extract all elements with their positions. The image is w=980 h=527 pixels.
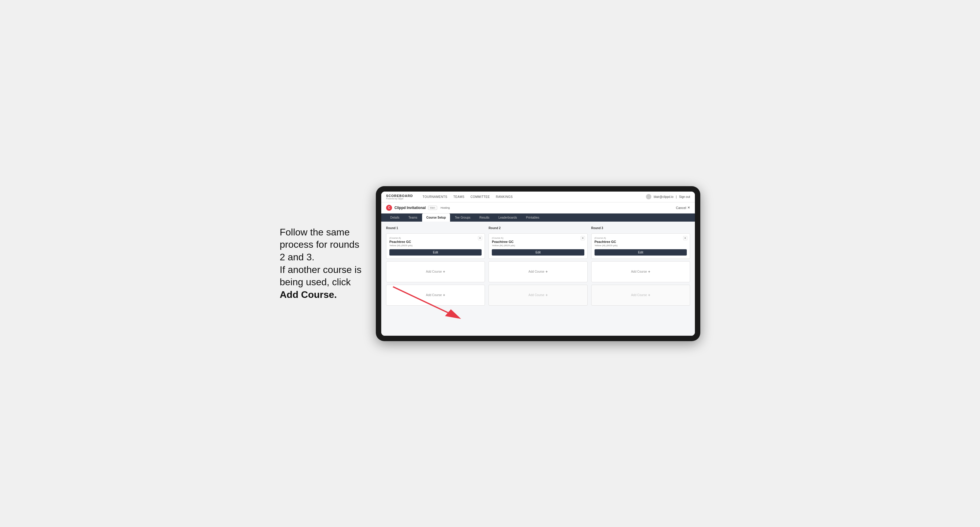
nav-tournaments[interactable]: TOURNAMENTS: [422, 194, 447, 200]
tabs-bar: Details Teams Course Setup Tee Groups Re…: [381, 214, 695, 222]
round-1-add-course-1-card: Add Course +: [386, 261, 485, 282]
tab-leaderboards[interactable]: Leaderboards: [494, 214, 521, 222]
round-2-add-course-1-card: Add Course +: [488, 261, 587, 282]
round-1-edit-button[interactable]: Edit: [389, 249, 482, 256]
tablet-frame: SCOREBOARD Powered by clippd TOURNAMENTS…: [376, 186, 700, 341]
round-3-course-label: (Course A): [595, 237, 687, 239]
top-nav: SCOREBOARD Powered by clippd TOURNAMENTS…: [381, 192, 695, 202]
tab-printables[interactable]: Printables: [522, 214, 544, 222]
logo-scoreboard: SCOREBOARD: [386, 194, 413, 198]
round-2-edit-button[interactable]: Edit: [492, 249, 584, 256]
round-1-delete-icon[interactable]: ✕: [478, 236, 482, 240]
round-3-add-course-2-button: Add Course +: [595, 288, 687, 302]
cancel-x-icon: ✕: [687, 206, 690, 210]
page-wrapper: Follow the same process for rounds 2 and…: [280, 186, 700, 341]
instruction-panel: Follow the same process for rounds 2 and…: [280, 226, 364, 301]
c-logo-icon: C: [386, 205, 392, 211]
round-3-column: Round 3 ✕ (Course A) Peachtree GC Yellow…: [591, 226, 690, 306]
round-2-add-course-2-button: Add Course +: [492, 288, 584, 302]
round-1-course-name: Peachtree GC: [389, 240, 482, 243]
round-3-add-plus-1-icon: +: [648, 270, 650, 274]
hosting-badge: Hosting: [441, 206, 450, 209]
round-3-course-details: Yellow (M) (6629 yds): [595, 244, 687, 247]
tablet-screen-wrapper: SCOREBOARD Powered by clippd TOURNAMENTS…: [381, 192, 695, 336]
round-3-add-course-1-card: Add Course +: [591, 261, 690, 282]
nav-committee[interactable]: COMMITTEE: [471, 194, 490, 200]
tab-teams[interactable]: Teams: [404, 214, 422, 222]
round-2-course-card: ✕ (Course A) Peachtree GC Yellow (M) (66…: [488, 233, 587, 259]
round-3-delete-icon[interactable]: ✕: [683, 236, 687, 240]
round-1-course-label: (Course A): [389, 237, 482, 239]
tab-course-setup[interactable]: Course Setup: [422, 214, 450, 222]
round-3-title: Round 3: [591, 226, 690, 230]
round-1-course-card: ✕ (Course A) Peachtree GC Yellow (M) (66…: [386, 233, 485, 259]
round-3-course-card: ✕ (Course A) Peachtree GC Yellow (M) (66…: [591, 233, 690, 259]
round-2-add-course-2-card: Add Course +: [488, 285, 587, 306]
round-1-column: Round 1 ✕ (Course A) Peachtree GC Yellow…: [386, 226, 485, 306]
round-3-add-course-2-card: Add Course +: [591, 285, 690, 306]
user-email: blair@clippd.io: [654, 195, 674, 198]
round-2-column: Round 2 ✕ (Course A) Peachtree GC Yellow…: [488, 226, 587, 306]
tournament-header: C Clippd Invitational Men Hosting Cancel…: [381, 202, 695, 214]
round-2-add-course-1-label: Add Course: [528, 270, 544, 273]
user-avatar: [646, 194, 651, 199]
round-2-add-course-2-label: Add Course: [528, 294, 544, 297]
main-content: Round 1 ✕ (Course A) Peachtree GC Yellow…: [381, 222, 695, 336]
round-3-add-plus-2-icon: +: [648, 293, 650, 297]
nav-rankings[interactable]: RANKINGS: [496, 194, 512, 200]
nav-right: blair@clippd.io | Sign out: [646, 194, 690, 199]
round-1-course-details: Yellow (M) (6629 yds): [389, 244, 482, 247]
tournament-badge: Men: [428, 206, 437, 210]
logo-sub: Powered by clippd: [386, 198, 413, 200]
nav-items: TOURNAMENTS TEAMS COMMITTEE RANKINGS: [422, 194, 638, 200]
round-2-delete-icon[interactable]: ✕: [581, 236, 585, 240]
round-1-add-plus-1-icon: +: [443, 270, 445, 274]
round-1-add-course-2-button[interactable]: Add Course +: [389, 288, 482, 302]
round-1-add-course-2-label: Add Course: [426, 294, 442, 297]
tab-details[interactable]: Details: [386, 214, 404, 222]
tournament-info: C Clippd Invitational Men Hosting: [386, 205, 450, 211]
tablet-screen: SCOREBOARD Powered by clippd TOURNAMENTS…: [381, 192, 695, 336]
round-2-add-course-1-button[interactable]: Add Course +: [492, 265, 584, 279]
round-3-add-course-1-button[interactable]: Add Course +: [595, 265, 687, 279]
round-1-add-course-1-button[interactable]: Add Course +: [389, 265, 482, 279]
round-1-add-course-1-label: Add Course: [426, 270, 442, 273]
round-3-add-course-1-label: Add Course: [631, 270, 647, 273]
round-3-add-course-2-label: Add Course: [631, 294, 647, 297]
round-3-course-name: Peachtree GC: [595, 240, 687, 243]
round-2-add-plus-2-icon: +: [546, 293, 548, 297]
tab-tee-groups[interactable]: Tee Groups: [451, 214, 475, 222]
logo-area: SCOREBOARD Powered by clippd: [386, 194, 413, 200]
round-1-add-course-2-card: Add Course +: [386, 285, 485, 306]
round-2-title: Round 2: [488, 226, 587, 230]
instruction-text: Follow the same process for rounds 2 and…: [280, 227, 361, 300]
nav-teams[interactable]: TEAMS: [453, 194, 465, 200]
round-2-course-label: (Course A): [492, 237, 584, 239]
sign-out-link[interactable]: Sign out: [679, 195, 690, 198]
tournament-name: Clippd Invitational: [395, 206, 426, 210]
round-2-course-name: Peachtree GC: [492, 240, 584, 243]
nav-separator: |: [676, 195, 677, 198]
round-2-add-plus-1-icon: +: [546, 270, 548, 274]
tab-results[interactable]: Results: [475, 214, 493, 222]
rounds-grid: Round 1 ✕ (Course A) Peachtree GC Yellow…: [386, 226, 690, 306]
round-1-title: Round 1: [386, 226, 485, 230]
round-3-edit-button[interactable]: Edit: [595, 249, 687, 256]
round-1-add-plus-2-icon: +: [443, 293, 445, 297]
round-2-course-details: Yellow (M) (6629 yds): [492, 244, 584, 247]
instruction-bold: Add Course.: [280, 289, 337, 300]
cancel-button[interactable]: Cancel ✕: [676, 206, 690, 210]
